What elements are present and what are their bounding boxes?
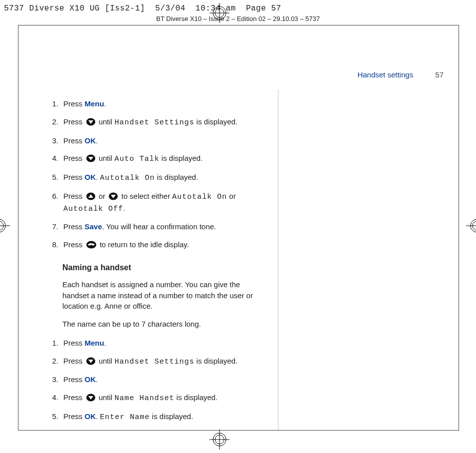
step-1: Press Menu. [60,98,268,109]
ok-keyword: OK [85,412,96,421]
down-arrow-icon [86,154,96,162]
paragraph: Each handset is assigned a number. You c… [62,279,268,312]
step-5: Press OK. Autotalk On is displayed. [60,172,268,184]
ok-keyword: OK [85,375,96,384]
page-frame: Handset settings 57 Press Menu. Press un… [18,25,459,431]
step-6: Press or to select either Autotalk On or… [60,191,268,215]
paragraph: The name can be up to 7 characters long. [62,319,268,330]
column-divider [278,90,278,430]
down-arrow-icon [86,118,96,126]
page-number: 57 [435,70,444,79]
steps-autotalk: Press Menu. Press until Handset Settings… [48,98,268,250]
down-arrow-icon [108,192,118,200]
step-2: Press until Handset Settings is displaye… [60,356,268,368]
ok-keyword: OK [85,136,96,145]
step-5: Press OK. Enter Name is displayed. [60,411,268,423]
lcd-text: Autotalk On [100,174,155,182]
lcd-text: Auto Talk [114,155,159,163]
ok-keyword: OK [85,173,96,181]
edition-line: BT Diverse X10 – Issue 2 – Edition 02 – … [0,15,476,22]
step-8: Press to return to the idle display. [60,239,268,250]
registration-mark-icon [466,215,476,237]
lcd-text: Enter Name [100,413,150,422]
step-2: Press until Handset Settings is displaye… [60,116,268,128]
save-keyword: Save [85,222,102,231]
menu-keyword: Menu [85,339,104,347]
running-head: Handset settings 57 [357,70,444,79]
section-heading: Naming a handset [62,263,268,272]
registration-mark-icon [210,3,230,23]
menu-keyword: Menu [85,99,104,108]
steps-naming: Press Menu. Press until Handset Settings… [48,338,268,423]
down-arrow-icon [86,394,96,402]
step-3: Press OK. [60,374,268,385]
step-4: Press until Name Handset is displayed. [60,392,268,404]
lcd-text: Name Handset [114,394,174,403]
lcd-text: Autotalk On [172,193,227,201]
lcd-text: Handset Settings [114,118,194,127]
printers-header: 5737 Diverse X10 UG [Iss2-1] 5/3/04 10:3… [4,4,281,13]
lcd-text: Autotalk Off [63,205,123,213]
step-3: Press OK. [60,135,268,146]
step-4: Press until Auto Talk is displayed. [60,153,268,165]
end-call-icon [86,241,97,249]
down-arrow-icon [86,357,96,365]
registration-mark-icon [210,430,230,450]
lcd-text: Handset Settings [114,358,194,366]
registration-mark-icon [0,215,10,237]
step-7: Press Save. You will hear a confirmation… [60,221,268,232]
main-content: Press Menu. Press until Handset Settings… [48,90,268,430]
step-1: Press Menu. [60,338,268,349]
up-arrow-icon [86,192,96,200]
running-head-title: Handset settings [357,70,413,79]
